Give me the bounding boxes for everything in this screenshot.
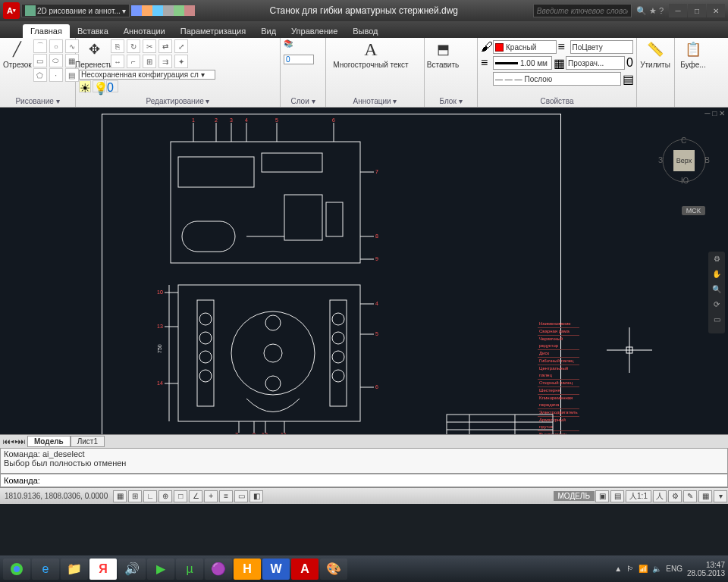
point-icon[interactable]: · — [49, 68, 63, 82]
sb-f[interactable]: ▦ — [698, 490, 712, 502]
nav-orbit-icon[interactable]: ⟳ — [708, 300, 725, 315]
lw-icon[interactable]: ≡ — [481, 56, 491, 70]
app-h-icon[interactable]: H — [234, 559, 261, 580]
qat-print-icon[interactable] — [163, 5, 174, 16]
sb-c[interactable]: 人 — [653, 490, 667, 502]
max-button[interactable]: □ — [688, 4, 706, 17]
system-tray[interactable]: ▲ 🏳 📶 🔈 ENG 13:47 28.05.2013 — [614, 561, 725, 577]
volume-icon[interactable]: 🔊 — [118, 559, 146, 580]
tab-home[interactable]: Главная — [23, 24, 70, 38]
trim-icon[interactable]: ✂ — [143, 39, 156, 53]
close-button[interactable]: ✕ — [707, 4, 725, 17]
layer-icon[interactable]: 📚 — [284, 39, 314, 53]
lwt-toggle[interactable]: ≡ — [219, 490, 233, 502]
tab-nav-icons[interactable]: ⏮◀▶⏭ — [2, 437, 27, 446]
tray-up-icon[interactable]: ▲ — [614, 565, 622, 573]
linetype-drop[interactable]: — — — Послою — [493, 72, 621, 86]
clipboard-button[interactable]: 📋Буфе... — [678, 39, 708, 69]
autocad-icon[interactable]: A — [291, 559, 318, 580]
workspace-dropdown[interactable]: 2D рисование и аннот... ▾ — [21, 4, 130, 17]
trans-drop[interactable]: Прозрач... — [566, 56, 625, 70]
nav-show-icon[interactable]: ▭ — [708, 315, 725, 330]
tab-output[interactable]: Вывод — [345, 24, 385, 38]
scale-readout[interactable]: 人 1:1 — [626, 490, 651, 502]
lang-indicator[interactable]: ENG — [666, 565, 682, 573]
line-button[interactable]: ╱Отрезок — [3, 39, 32, 82]
tab-insert[interactable]: Вставка — [70, 24, 116, 38]
stretch-icon[interactable]: ↔ — [111, 55, 124, 68]
array-icon[interactable]: ⊞ — [143, 55, 156, 68]
viewcube[interactable]: Верх С Ю В З — [661, 138, 707, 183]
utorrent-icon[interactable]: µ — [176, 559, 203, 580]
tab-annotate[interactable]: Аннотации — [116, 24, 173, 38]
fillet-icon[interactable]: ⌐ — [127, 55, 140, 68]
qat-save-icon[interactable] — [152, 5, 163, 16]
tray-flag-icon[interactable]: 🏳 — [626, 565, 634, 573]
dyn-toggle[interactable]: + — [204, 490, 218, 502]
min-button[interactable]: ─ — [669, 4, 687, 17]
util-button[interactable]: 📏Утилиты — [640, 39, 670, 69]
arc-icon[interactable]: ⌒ — [33, 39, 47, 53]
doc-window-controls[interactable]: ─ □ ✕ — [704, 109, 725, 117]
qat-open-icon[interactable] — [142, 5, 152, 16]
app-menu-button[interactable]: A▾ — [3, 2, 20, 19]
sb-b[interactable]: ▤ — [610, 490, 624, 502]
tab-manage[interactable]: Управление — [284, 24, 345, 38]
model-tab[interactable]: Модель — [27, 436, 71, 447]
panel-title-edit[interactable]: Редактирование ▾ — [79, 95, 277, 107]
help-icons[interactable]: 🔍 ★ ? — [636, 6, 664, 16]
list-icon[interactable]: ≡ — [558, 40, 569, 54]
mtext-button[interactable]: AМногострочный текст — [329, 39, 413, 69]
tab-param[interactable]: Параметризация — [173, 24, 253, 38]
bulb-icon[interactable]: 💡 — [93, 80, 105, 92]
sb-g[interactable]: ▾ — [714, 490, 727, 502]
nav-zoom-icon[interactable]: 🔍 — [708, 285, 725, 300]
sb-e[interactable]: ✎ — [683, 490, 697, 502]
list2-icon[interactable]: ▤ — [623, 72, 633, 86]
sc-toggle[interactable]: ◧ — [249, 490, 263, 502]
scale-icon[interactable]: ⤢ — [174, 39, 188, 53]
sb-a[interactable]: ▣ — [595, 490, 609, 502]
tray-vol-icon[interactable]: 🔈 — [652, 565, 661, 573]
search-input[interactable] — [533, 4, 632, 17]
trans-icon[interactable]: ▦ — [554, 56, 564, 70]
explorer-icon[interactable]: 📁 — [61, 559, 88, 580]
app-green-icon[interactable]: ▶ — [147, 559, 174, 580]
sb-d[interactable]: ⚙ — [668, 490, 682, 502]
match-icon[interactable]: 🖌 — [481, 40, 491, 54]
bycolor-drop[interactable]: ПоЦвету — [570, 40, 634, 54]
nav-steer-icon[interactable]: ⚙ — [708, 255, 725, 270]
otrack-toggle[interactable]: ∠ — [189, 490, 202, 502]
panel-title-layers[interactable]: Слои ▾ — [284, 95, 322, 107]
osnap-toggle[interactable]: □ — [174, 490, 187, 502]
qat-new-icon[interactable] — [131, 5, 142, 16]
yandex-icon[interactable]: Я — [89, 559, 117, 580]
snap-toggle[interactable]: ▦ — [113, 490, 127, 502]
viewcube-face[interactable]: Верх — [673, 150, 695, 171]
layer-drop[interactable]: 0 — [284, 55, 314, 64]
qat-redo-icon[interactable] — [184, 5, 195, 16]
chrome-icon[interactable] — [3, 559, 30, 580]
qp-toggle[interactable]: ▭ — [234, 490, 248, 502]
panel-title-annot[interactable]: Аннотации ▾ — [329, 95, 421, 107]
circle-icon[interactable]: ○ — [49, 39, 63, 53]
sun-icon[interactable]: ☀ — [79, 80, 91, 92]
rect-icon[interactable]: ▭ — [33, 54, 47, 67]
mirror-icon[interactable]: ⇄ — [158, 39, 172, 53]
ie-icon[interactable]: e — [32, 559, 59, 580]
nav-pan-icon[interactable]: ✋ — [708, 270, 725, 285]
poly-icon[interactable]: ⬠ — [33, 68, 47, 82]
polar-toggle[interactable]: ⊕ — [158, 490, 172, 502]
app-orb-icon[interactable]: 🟣 — [205, 559, 232, 580]
tab-view[interactable]: Вид — [253, 24, 284, 38]
ellipse-icon[interactable]: ⬭ — [49, 54, 63, 67]
panel-title-draw[interactable]: Рисование ▾ — [3, 95, 72, 107]
copy-icon[interactable]: ⎘ — [111, 39, 124, 53]
grid-toggle[interactable]: ⊞ — [128, 490, 142, 502]
wcs-badge[interactable]: МСК — [682, 206, 705, 215]
paint-icon[interactable]: 🎨 — [320, 559, 347, 580]
explode-icon[interactable]: ✦ — [174, 55, 188, 68]
rotate-icon[interactable]: ↻ — [127, 39, 140, 53]
insert-button[interactable]: ⬒Вставить — [428, 39, 458, 69]
tray-net-icon[interactable]: 📶 — [639, 565, 648, 573]
